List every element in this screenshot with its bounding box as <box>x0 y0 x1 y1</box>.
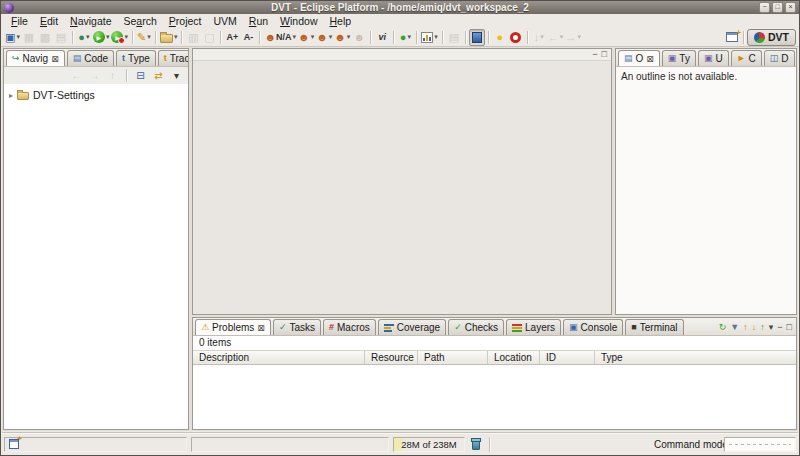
menu-edit[interactable]: Edit <box>34 15 64 27</box>
last-edit-location-button[interactable]: ↓▾ <box>531 29 547 46</box>
minimize-view-icon[interactable]: − <box>592 50 597 59</box>
tab-type[interactable]: tType <box>116 50 156 66</box>
column-location[interactable]: Location <box>488 351 540 364</box>
chart-tool-button[interactable]: ▾ <box>420 29 439 46</box>
tab-checks[interactable]: ►C <box>731 50 762 66</box>
refresh-icon[interactable]: ↻ <box>719 323 727 332</box>
save-all-button[interactable]: ▩ <box>37 29 53 46</box>
close-tab-icon[interactable]: ⊠ <box>646 54 654 64</box>
people-tool-button[interactable]: ☻▾ <box>297 29 315 46</box>
menu-help[interactable]: Help <box>323 15 357 27</box>
filter-icon[interactable]: ▼ <box>730 323 739 332</box>
close-tab-icon[interactable]: ⊠ <box>51 54 59 64</box>
chevron-down-icon[interactable]: ▾ <box>174 33 178 41</box>
tab-checks-bottom[interactable]: ✓Checks <box>448 319 504 335</box>
menu-file[interactable]: File <box>5 15 34 27</box>
build-status-button[interactable]: ●▾ <box>397 29 413 46</box>
people-tool-button[interactable]: ☻▾ <box>315 29 333 46</box>
command-mode-input[interactable] <box>724 437 796 452</box>
chevron-down-icon[interactable]: ▾ <box>347 33 351 41</box>
chevron-down-icon[interactable]: ▾ <box>560 33 564 41</box>
menu-run[interactable]: Run <box>243 15 274 27</box>
view-menu-icon[interactable]: ▾ <box>769 323 774 332</box>
minimize-view-icon[interactable]: − <box>777 323 782 332</box>
disabled-doc-button[interactable]: ▤ <box>446 29 462 46</box>
tab-coverage[interactable]: Coverage <box>378 319 446 335</box>
chevron-down-icon[interactable]: ▾ <box>407 33 411 41</box>
open-element-button[interactable]: ▾ <box>159 29 179 46</box>
chevron-down-icon[interactable]: ▾ <box>293 33 297 41</box>
column-type[interactable]: Type <box>595 351 796 364</box>
tab-tasks[interactable]: ✓Tasks <box>273 319 321 335</box>
close-button[interactable]: × <box>785 2 796 13</box>
minimize-button[interactable]: − <box>759 2 770 13</box>
save-button[interactable]: ▦ <box>21 29 37 46</box>
tab-diagrams[interactable]: ◫D <box>764 50 795 66</box>
tab-uvm[interactable]: ▣U <box>698 50 729 66</box>
menu-uvm[interactable]: UVM <box>207 15 242 27</box>
tab-outline[interactable]: ▤O⊠ <box>618 50 660 66</box>
column-path[interactable]: Path <box>418 351 488 364</box>
run-button[interactable]: ▶▾ <box>92 29 111 46</box>
people-tool-button[interactable]: ☻▾ <box>333 29 351 46</box>
tab-code[interactable]: ▤Code <box>67 50 114 66</box>
tree-item-dvt-settings[interactable]: ▸ DVT-Settings <box>6 88 186 102</box>
run-garbage-collector-button[interactable] <box>469 437 483 452</box>
toggle-editor-area-button[interactable] <box>469 29 485 46</box>
column-description[interactable]: Description <box>193 351 365 364</box>
tab-layers[interactable]: Layers <box>506 319 561 335</box>
app-icon[interactable] <box>4 3 14 13</box>
tab-trace[interactable]: tTrace <box>158 50 189 66</box>
link-with-editor-button[interactable]: ⇄ <box>151 68 166 83</box>
column-resource[interactable]: Resource <box>365 351 418 364</box>
people-tool-button[interactable]: ☻ <box>351 29 367 46</box>
column-id[interactable]: ID <box>540 351 595 364</box>
tab-problems[interactable]: ⚠Problems⊠ <box>195 319 271 335</box>
maximize-view-icon[interactable]: □ <box>787 323 792 332</box>
yellow-status-button[interactable]: ● <box>492 29 508 46</box>
maximize-view-icon[interactable]: □ <box>602 50 607 59</box>
next-item-icon[interactable]: ↓ <box>752 323 757 332</box>
nav-forward-button[interactable]: → <box>87 68 102 83</box>
chevron-down-icon[interactable]: ▾ <box>147 33 151 41</box>
chevron-down-icon[interactable]: ▾ <box>106 33 110 41</box>
menu-navigate[interactable]: Navigate <box>64 15 117 27</box>
tab-macros[interactable]: #Macros <box>323 319 376 335</box>
vi-mode-button[interactable]: vi <box>374 29 390 46</box>
new-wizard-button[interactable]: ▣▾ <box>4 29 21 46</box>
disabled-tool-button[interactable]: ▥ <box>185 29 201 46</box>
tab-types[interactable]: ▣Ty <box>662 50 696 66</box>
fast-view-icon[interactable] <box>9 439 19 449</box>
nav-back-button[interactable]: ← <box>69 68 84 83</box>
debug-button[interactable]: ●▾ <box>76 29 92 46</box>
menu-window[interactable]: Window <box>274 15 323 27</box>
expander-icon[interactable]: ▸ <box>9 91 13 100</box>
chevron-down-icon[interactable]: ▾ <box>434 33 438 41</box>
chevron-down-icon[interactable]: ▾ <box>540 33 544 41</box>
disabled-tool-button[interactable]: ▢ <box>201 29 217 46</box>
tab-navigator[interactable]: ↪Navig⊠ <box>6 50 65 66</box>
maximize-button[interactable]: □ <box>772 2 783 13</box>
dvt-perspective-button[interactable]: DVT <box>747 29 796 46</box>
print-button[interactable]: ▤ <box>53 29 69 46</box>
font-decrease-button[interactable]: A- <box>240 29 256 46</box>
help-support-button[interactable] <box>508 29 524 46</box>
run-coverage-button[interactable]: ▶▾ <box>110 29 129 46</box>
previous-item-icon[interactable]: ↑ <box>743 323 748 332</box>
menu-project[interactable]: Project <box>163 15 208 27</box>
nav-up-button[interactable]: ↑ <box>105 68 120 83</box>
compile-config-button[interactable]: ☻N/A▾ <box>263 29 297 46</box>
menu-search[interactable]: Search <box>118 15 163 27</box>
chevron-down-icon[interactable]: ▾ <box>311 33 315 41</box>
highlight-button[interactable]: ✎▾ <box>136 29 152 46</box>
back-history-button[interactable]: ←▾ <box>547 29 565 46</box>
close-tab-icon[interactable]: ⊠ <box>257 323 265 333</box>
chevron-down-icon[interactable]: ▾ <box>86 33 90 41</box>
chevron-down-icon[interactable]: ▾ <box>577 33 581 41</box>
chevron-down-icon[interactable]: ▾ <box>329 33 333 41</box>
open-perspective-button[interactable] <box>724 29 740 46</box>
heap-status[interactable]: 28M of 238M <box>393 437 465 452</box>
forward-history-button[interactable]: →▾ <box>564 29 582 46</box>
chevron-down-icon[interactable]: ▾ <box>16 33 20 41</box>
collapse-all-button[interactable]: ⊟ <box>133 68 148 83</box>
